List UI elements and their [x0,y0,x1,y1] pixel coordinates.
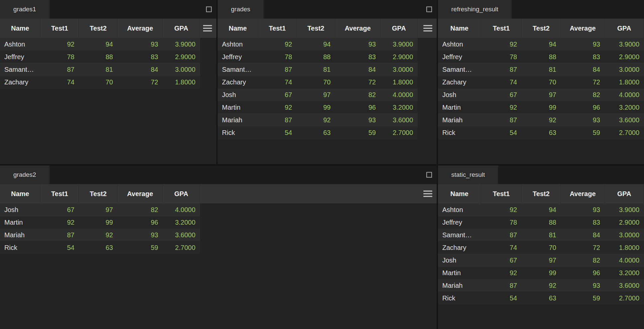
tab-static-result[interactable]: static_result [438,165,498,184]
cell-test1[interactable]: 78 [258,51,297,63]
cell-test1[interactable]: 67 [481,254,522,267]
cell-gpa[interactable]: 3.6000 [163,229,200,241]
table-row[interactable]: Samant…8781843.0000 [218,63,418,76]
cell-test1[interactable]: 87 [481,63,522,76]
cell-average[interactable]: 93 [118,38,163,51]
tab-refreshing-result[interactable]: refreshing_result [438,0,512,19]
cell-average[interactable]: 82 [335,88,380,101]
tab-grades[interactable]: grades [218,0,264,19]
cell-name[interactable]: Mariah [218,114,258,126]
column-header-test1[interactable]: Test1 [41,184,79,203]
cell-test1[interactable]: 92 [258,38,297,51]
cell-average[interactable]: 93 [335,38,380,51]
cell-average[interactable]: 93 [561,38,605,51]
column-header-name[interactable]: Name [0,184,41,203]
cell-test1[interactable]: 92 [481,38,522,51]
cell-average[interactable]: 96 [335,101,380,114]
cell-name[interactable]: Zachary [218,76,258,88]
cell-test1[interactable]: 54 [481,126,522,139]
cell-test1[interactable]: 54 [41,241,79,254]
table-row[interactable]: Jeffrey7888832.9000 [218,51,418,63]
cell-gpa[interactable]: 2.9000 [380,51,418,63]
cell-average[interactable]: 72 [335,76,380,88]
column-header-average[interactable]: Average [335,19,380,38]
cell-test2[interactable]: 92 [79,229,118,241]
cell-average[interactable]: 83 [561,51,605,63]
menu-icon[interactable] [423,25,432,32]
cell-name[interactable]: Martin [0,216,41,229]
table-row[interactable]: Martin9299963.2000 [438,267,644,279]
cell-name[interactable]: Mariah [438,114,481,126]
cell-gpa[interactable]: 3.9000 [605,38,644,51]
cell-test2[interactable]: 81 [522,63,561,76]
table-row[interactable]: Mariah8792933.6000 [218,114,418,126]
cell-name[interactable]: Samant… [438,63,481,76]
cell-gpa[interactable]: 2.9000 [163,51,200,63]
cell-test2[interactable]: 94 [297,38,335,51]
cell-average[interactable]: 84 [118,63,163,76]
cell-average[interactable]: 84 [335,63,380,76]
cell-gpa[interactable]: 3.6000 [380,114,418,126]
cell-test2[interactable]: 63 [522,292,561,304]
column-header-test2[interactable]: Test2 [522,19,561,38]
cell-name[interactable]: Martin [438,267,481,279]
cell-test2[interactable]: 99 [522,101,561,114]
cell-test1[interactable]: 74 [41,76,79,88]
column-header-average[interactable]: Average [561,19,605,38]
cell-name[interactable]: Zachary [438,76,481,88]
cell-test1[interactable]: 92 [481,101,522,114]
cell-name[interactable]: Jeffrey [218,51,258,63]
column-header-test1[interactable]: Test1 [258,19,297,38]
table-row[interactable]: Josh6797824.0000 [0,203,200,216]
cell-test1[interactable]: 87 [258,63,297,76]
column-header-test1[interactable]: Test1 [481,19,522,38]
cell-test2[interactable]: 99 [297,101,335,114]
menu-icon[interactable] [423,191,432,197]
cell-average[interactable]: 93 [335,114,380,126]
table-row[interactable]: Josh6797824.0000 [438,254,644,267]
cell-gpa[interactable]: 2.9000 [605,51,644,63]
cell-test1[interactable]: 74 [481,76,522,88]
cell-test2[interactable]: 92 [522,279,561,292]
maximize-icon[interactable] [426,7,432,12]
cell-test1[interactable]: 67 [481,88,522,101]
table-row[interactable]: Zachary7470721.8000 [438,241,644,254]
table-row[interactable]: Josh6797824.0000 [218,88,418,101]
table-row[interactable]: Ashton9294933.9000 [218,38,418,51]
cell-name[interactable]: Ashton [0,38,41,51]
cell-average[interactable]: 93 [561,279,605,292]
table-row[interactable]: Jeffrey7888832.9000 [438,216,644,229]
table-row[interactable]: Martin9299963.2000 [438,101,644,114]
cell-test1[interactable]: 54 [258,126,297,139]
cell-test2[interactable]: 63 [79,241,118,254]
table-row[interactable]: Samant…8781843.0000 [0,63,200,76]
cell-name[interactable]: Josh [218,88,258,101]
table-row[interactable]: Zachary7470721.8000 [438,76,644,88]
cell-average[interactable]: 84 [561,229,605,241]
maximize-icon[interactable] [426,172,432,178]
cell-average[interactable]: 93 [561,203,605,216]
cell-gpa[interactable]: 3.2000 [380,101,418,114]
cell-name[interactable]: Rick [0,241,41,254]
tab-grades2[interactable]: grades2 [0,165,50,184]
cell-average[interactable]: 72 [118,76,163,88]
cell-average[interactable]: 59 [561,126,605,139]
cell-gpa[interactable]: 3.2000 [605,101,644,114]
cell-name[interactable]: Jeffrey [438,51,481,63]
cell-gpa[interactable]: 3.9000 [380,38,418,51]
cell-average[interactable]: 83 [561,216,605,229]
table-row[interactable]: Samant…8781843.0000 [438,229,644,241]
cell-test2[interactable]: 99 [522,267,561,279]
cell-test1[interactable]: 87 [41,63,79,76]
cell-test1[interactable]: 87 [481,229,522,241]
cell-name[interactable]: Ashton [218,38,258,51]
column-header-test1[interactable]: Test1 [41,19,79,38]
maximize-icon[interactable] [206,7,212,12]
table-row[interactable]: Ashton9294933.9000 [438,203,644,216]
cell-average[interactable]: 59 [335,126,380,139]
cell-average[interactable]: 84 [561,63,605,76]
cell-gpa[interactable]: 3.0000 [163,63,200,76]
cell-gpa[interactable]: 3.2000 [605,267,644,279]
cell-name[interactable]: Ashton [438,203,481,216]
table-row[interactable]: Rick5463592.7000 [438,292,644,304]
